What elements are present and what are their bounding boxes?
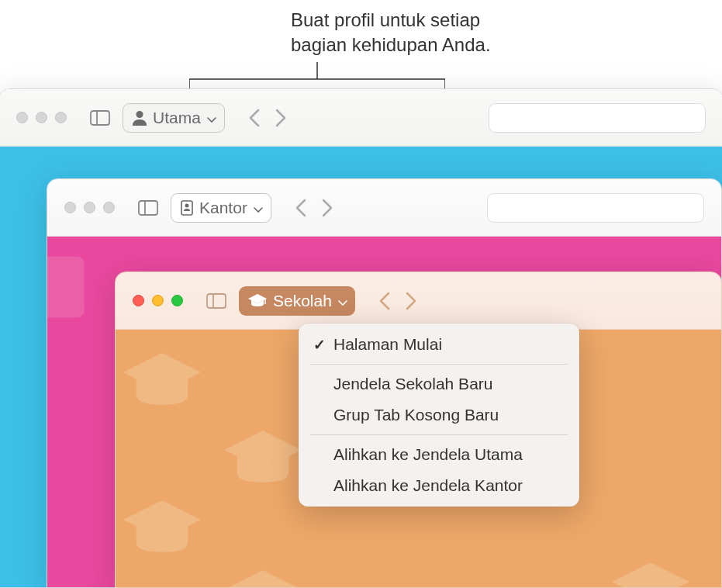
profile-switcher[interactable]: Sekolah [239, 286, 355, 316]
annotation-line1: Buat profil untuk setiap [291, 8, 491, 33]
window-controls [64, 202, 115, 213]
menu-item-new-window[interactable]: Jendela Sekolah Baru [304, 368, 574, 399]
menu-separator [310, 364, 568, 365]
navigation-arrows [378, 292, 417, 310]
cap-bg-icon [224, 431, 302, 489]
profile-switcher[interactable]: Kantor [171, 193, 271, 223]
svg-rect-7 [47, 257, 85, 318]
close-button[interactable] [64, 202, 76, 213]
svg-point-2 [136, 111, 143, 118]
back-button[interactable] [248, 109, 260, 127]
minimize-button[interactable] [36, 112, 47, 123]
menu-item-switch-utama[interactable]: Alihkan ke Jendela Utama [304, 439, 574, 470]
forward-button[interactable] [406, 292, 417, 310]
badge-icon [181, 200, 193, 216]
navigation-arrows [248, 109, 287, 127]
sidebar-toggle-button[interactable] [133, 195, 163, 221]
svg-rect-0 [91, 111, 109, 125]
maximize-button[interactable] [55, 112, 67, 123]
window-controls [133, 295, 183, 306]
toolbar: Kantor [47, 179, 721, 237]
svg-rect-8 [207, 294, 226, 308]
back-button[interactable] [378, 292, 390, 310]
window-controls [16, 112, 67, 123]
profile-label: Kantor [199, 199, 247, 217]
chevron-down-icon [207, 109, 216, 127]
minimize-button[interactable] [84, 202, 95, 213]
person-icon [133, 110, 147, 126]
svg-point-6 [185, 203, 189, 207]
cap-bg-icon [224, 570, 302, 588]
close-button[interactable] [133, 295, 144, 306]
cap-bg-icon [123, 500, 201, 559]
profile-switcher[interactable]: Utama [123, 103, 225, 133]
forward-button[interactable] [322, 199, 333, 217]
forward-button[interactable] [275, 109, 287, 127]
annotation-line2: bagian kehidupan Anda. [291, 33, 491, 57]
svg-rect-5 [181, 201, 192, 215]
badge-bg-icon [47, 252, 88, 322]
profile-dropdown-menu: Halaman Mulai Jendela Sekolah Baru Grup … [299, 323, 579, 507]
safari-window-sekolah: Sekolah [115, 272, 722, 588]
maximize-button[interactable] [103, 202, 115, 213]
menu-separator [310, 434, 568, 435]
toolbar: Utama [0, 89, 722, 147]
back-button[interactable] [295, 199, 306, 217]
menu-item-start-page[interactable]: Halaman Mulai [304, 329, 574, 360]
menu-item-new-tab-group[interactable]: Grup Tab Kosong Baru [304, 399, 574, 431]
navigation-arrows [295, 199, 333, 217]
address-bar[interactable] [487, 193, 704, 223]
graduation-cap-icon [248, 294, 267, 308]
address-bar[interactable] [489, 103, 706, 133]
sidebar-toggle-button[interactable] [202, 288, 231, 314]
maximize-button[interactable] [171, 295, 183, 306]
toolbar: Sekolah [116, 272, 721, 330]
svg-rect-3 [139, 201, 157, 215]
chevron-down-icon [254, 199, 263, 217]
close-button[interactable] [16, 112, 28, 123]
cap-bg-icon [123, 353, 201, 411]
chevron-down-icon [338, 292, 347, 310]
profile-label: Sekolah [273, 292, 332, 310]
cap-bg-icon [612, 562, 689, 588]
profile-label: Utama [153, 109, 201, 127]
callout-annotation: Buat profil untuk setiap bagian kehidupa… [291, 8, 491, 58]
menu-item-switch-kantor[interactable]: Alihkan ke Jendela Kantor [304, 470, 574, 501]
minimize-button[interactable] [152, 295, 164, 306]
sidebar-toggle-button[interactable] [85, 105, 115, 131]
